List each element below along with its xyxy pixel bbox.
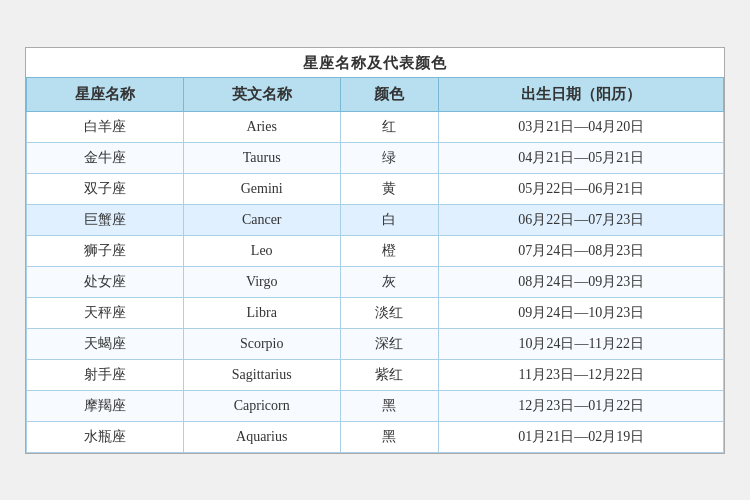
cell-dates: 04月21日—05月21日 (439, 142, 724, 173)
table-row: 金牛座Taurus绿04月21日—05月21日 (27, 142, 724, 173)
cell-dates: 12月23日—01月22日 (439, 390, 724, 421)
table-row: 处女座Virgo灰08月24日—09月23日 (27, 266, 724, 297)
cell-english: Capricorn (183, 390, 340, 421)
cell-chinese: 处女座 (27, 266, 184, 297)
cell-dates: 03月21日—04月20日 (439, 111, 724, 142)
cell-chinese: 水瓶座 (27, 421, 184, 452)
cell-english: Taurus (183, 142, 340, 173)
table-row: 狮子座Leo橙07月24日—08月23日 (27, 235, 724, 266)
cell-chinese: 金牛座 (27, 142, 184, 173)
table-row: 白羊座Aries红03月21日—04月20日 (27, 111, 724, 142)
cell-color: 深红 (340, 328, 439, 359)
cell-english: Sagittarius (183, 359, 340, 390)
cell-dates: 06月22日—07月23日 (439, 204, 724, 235)
cell-english: Aries (183, 111, 340, 142)
cell-dates: 08月24日—09月23日 (439, 266, 724, 297)
cell-dates: 01月21日—02月19日 (439, 421, 724, 452)
main-container: 星座名称及代表颜色 星座名称 英文名称 颜色 出生日期（阳历） 白羊座Aries… (25, 47, 725, 454)
cell-color: 橙 (340, 235, 439, 266)
cell-english: Scorpio (183, 328, 340, 359)
table-row: 双子座Gemini黄05月22日—06月21日 (27, 173, 724, 204)
cell-english: Libra (183, 297, 340, 328)
cell-dates: 09月24日—10月23日 (439, 297, 724, 328)
cell-dates: 07月24日—08月23日 (439, 235, 724, 266)
col-header-dates: 出生日期（阳历） (439, 77, 724, 111)
table-header-row: 星座名称 英文名称 颜色 出生日期（阳历） (27, 77, 724, 111)
cell-color: 黑 (340, 421, 439, 452)
cell-color: 绿 (340, 142, 439, 173)
cell-color: 淡红 (340, 297, 439, 328)
cell-dates: 05月22日—06月21日 (439, 173, 724, 204)
cell-color: 黄 (340, 173, 439, 204)
cell-english: Gemini (183, 173, 340, 204)
col-header-color: 颜色 (340, 77, 439, 111)
cell-chinese: 巨蟹座 (27, 204, 184, 235)
cell-color: 红 (340, 111, 439, 142)
cell-color: 紫红 (340, 359, 439, 390)
cell-chinese: 天蝎座 (27, 328, 184, 359)
cell-english: Leo (183, 235, 340, 266)
cell-english: Aquarius (183, 421, 340, 452)
table-row: 巨蟹座Cancer白06月22日—07月23日 (27, 204, 724, 235)
cell-chinese: 白羊座 (27, 111, 184, 142)
table-row: 天秤座Libra淡红09月24日—10月23日 (27, 297, 724, 328)
page-title: 星座名称及代表颜色 (26, 48, 724, 77)
col-header-chinese: 星座名称 (27, 77, 184, 111)
table-row: 天蝎座Scorpio深红10月24日—11月22日 (27, 328, 724, 359)
col-header-english: 英文名称 (183, 77, 340, 111)
cell-chinese: 射手座 (27, 359, 184, 390)
zodiac-table: 星座名称 英文名称 颜色 出生日期（阳历） 白羊座Aries红03月21日—04… (26, 77, 724, 453)
cell-chinese: 狮子座 (27, 235, 184, 266)
table-row: 射手座Sagittarius紫红11月23日—12月22日 (27, 359, 724, 390)
table-row: 摩羯座Capricorn黑12月23日—01月22日 (27, 390, 724, 421)
cell-color: 白 (340, 204, 439, 235)
cell-english: Cancer (183, 204, 340, 235)
cell-color: 灰 (340, 266, 439, 297)
cell-dates: 10月24日—11月22日 (439, 328, 724, 359)
cell-color: 黑 (340, 390, 439, 421)
cell-chinese: 摩羯座 (27, 390, 184, 421)
cell-dates: 11月23日—12月22日 (439, 359, 724, 390)
cell-english: Virgo (183, 266, 340, 297)
cell-chinese: 双子座 (27, 173, 184, 204)
cell-chinese: 天秤座 (27, 297, 184, 328)
table-row: 水瓶座Aquarius黑01月21日—02月19日 (27, 421, 724, 452)
